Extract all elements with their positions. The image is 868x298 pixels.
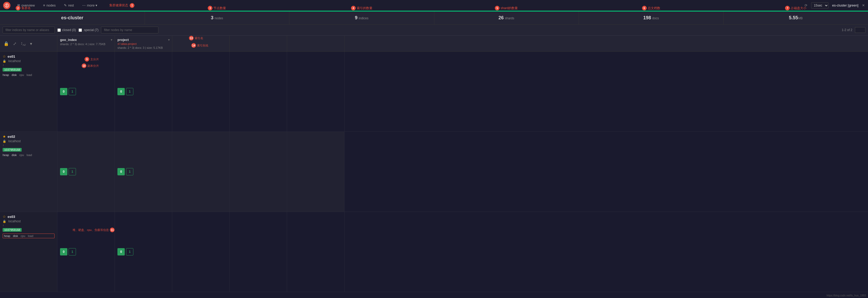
sort-az-icon[interactable]: ↕AZ: [20, 40, 27, 47]
stat-size: 7 占磁盘大小 5.55MB: [724, 11, 868, 24]
node-name-es03: es03: [7, 215, 15, 219]
node-arrow-es02: ↑: [3, 144, 55, 147]
stats-row: 2 集群名 es-cluster 3 节点数量 3 nodes 4 索引的数量 …: [0, 11, 868, 25]
shard-cell-es01-empty2: [230, 52, 287, 131]
stat-shards: 5 shard的数量 26 shards: [434, 11, 579, 24]
topnav: ⊞ overview ≡ nodes ✎ rest ⋯ more ▾ 集群健康状…: [0, 0, 868, 11]
shard-replica-1-es02: 1: [69, 168, 76, 175]
shard-cell-es01-empty3: [287, 52, 344, 131]
shard-cell-es02-empty1: [172, 132, 230, 212]
closed-checkbox-label[interactable]: closed (0): [57, 28, 76, 32]
shard-primary-0-es02: 0: [60, 168, 67, 175]
index-header-empty2: [230, 36, 287, 51]
node-lock-icon-es01: 🔒: [3, 59, 6, 63]
app-logo: [3, 2, 10, 9]
shard-cell-es01-geo_index: 0 1: [57, 52, 115, 131]
lock-icon[interactable]: 🔒: [3, 41, 10, 47]
table-header: 🔒 ⤢ ↕AZ ▾ geo_index shards: 2 * 3: [0, 36, 868, 52]
index-dropdown-geo_index[interactable]: ▾: [111, 38, 113, 42]
index-filter-input[interactable]: [3, 27, 55, 33]
ann-1-label: 集群健康状态: [110, 3, 128, 7]
topnav-right: ⟳ 15sec es-cluster [green] ✕: [805, 2, 865, 9]
shard-cell-es03-geo_index: 0 1: [57, 212, 115, 292]
node-cell-es02: ★ es02 🔒 localhost ↑ 1037959168 heap dis…: [0, 132, 57, 212]
shard-cell-es03-project: 0 1: [115, 212, 172, 292]
node-name-es02: es02: [7, 135, 15, 139]
page-number-input[interactable]: [855, 27, 865, 33]
node-host-es01: localhost: [8, 59, 21, 63]
index-header-geo_index: geo_index shards: 2 * 3| docs: 4 | size:…: [57, 36, 115, 51]
node-metrics-es03: heap disk cpu load: [3, 234, 55, 238]
expand-icon[interactable]: ⤢: [12, 41, 18, 47]
shard-primary-0-es02-proj: 0: [118, 168, 125, 175]
index-header-project: project 🏷 alias-project shards: 2 * 3| d…: [115, 36, 172, 51]
node-id-es03: 1037959168: [3, 228, 22, 232]
svg-point-1: [6, 4, 7, 5]
node-id-es01: 1037959168: [3, 68, 22, 71]
nav-nodes[interactable]: ≡ nodes: [41, 2, 57, 8]
node-metrics-es02: heap disk cpu load: [3, 153, 55, 156]
refresh-rate-select[interactable]: 15sec: [811, 2, 829, 9]
index-headers: geo_index shards: 2 * 3| docs: 4 | size:…: [57, 36, 868, 51]
node-row-es03: ☆ es03 🔒 localhost ↑ 1037959168 heap dis…: [0, 212, 868, 292]
shard-primary-0-es01: 0: [60, 88, 67, 95]
stat-indices: 4 索引的数量 9 indices: [289, 11, 434, 24]
shard-cell-es01-project: 0 1: [115, 52, 172, 131]
shard-replica-1-es01-proj: 1: [126, 88, 133, 95]
index-dropdown-project[interactable]: ▾: [168, 38, 170, 42]
overview-icon: ⊞: [17, 3, 20, 7]
node-lock-icon-es02: 🔒: [3, 140, 6, 143]
shard-cell-es01-empty1: [172, 52, 230, 131]
closed-checkbox[interactable]: [57, 28, 61, 32]
stat-docs: 6 总文档数 198 docs: [579, 11, 724, 24]
shard-cell-es03-empty2: [230, 212, 287, 292]
node-star-es01: ☆: [3, 54, 6, 58]
node-name-es01: es01: [7, 55, 15, 58]
node-star-es02: ★: [3, 135, 6, 139]
shard-primary-0-es03: 0: [60, 248, 67, 256]
filter-icon[interactable]: ▾: [29, 41, 33, 47]
nodes-icon: ≡: [43, 3, 45, 7]
index-name-geo_index: geo_index: [60, 38, 105, 42]
shard-primary-0-es01-proj: 0: [118, 88, 125, 95]
stat-nodes: 3 节点数量 3 nodes: [145, 11, 290, 24]
index-stats-project: shards: 2 * 3| docs: 3 | size: 5.17KB: [118, 46, 163, 49]
special-checkbox[interactable]: [79, 28, 82, 32]
refresh-icon: ⟳: [805, 3, 807, 7]
index-name-project: project: [118, 38, 163, 42]
node-cell-es03: ☆ es03 🔒 localhost ↑ 1037959168 heap dis…: [0, 212, 57, 292]
node-host-es02: localhost: [8, 139, 21, 143]
nav-overview[interactable]: ⊞ overview: [16, 2, 36, 8]
nav-rest[interactable]: ✎ rest: [62, 2, 75, 8]
rest-icon: ✎: [64, 3, 67, 7]
shard-cell-es03-empty1: [172, 212, 230, 292]
shard-replica-1-es01: 1: [69, 88, 76, 95]
shard-replica-1-es03: 1: [69, 248, 76, 256]
settings-icon[interactable]: ✕: [862, 3, 865, 7]
shard-cell-es03-empty3: [287, 212, 344, 292]
node-metrics-es01: heap disk cpu load: [3, 73, 55, 77]
node-arrow-es03: ↑: [3, 224, 55, 227]
index-header-empty3: [287, 36, 344, 51]
node-arrow-es01: ↑: [3, 63, 55, 66]
node-cell-es01: ☆ es01 🔒 localhost ↑ 1037959168 heap dis…: [0, 52, 57, 131]
shard-primary-0-es03-proj: 0: [118, 248, 125, 256]
node-filter-input[interactable]: [101, 27, 158, 33]
node-id-es02: 1037959168: [3, 148, 22, 152]
index-stats-geo_index: shards: 2 * 3| docs: 4 | size: 7.75KB: [60, 42, 105, 46]
ann-circle-1: 1: [130, 3, 134, 8]
page-info: 1-2 of 2: [842, 28, 852, 32]
cluster-display-badge: es-cluster [green]: [832, 3, 858, 7]
node-star-es03: ☆: [3, 214, 6, 219]
main-area: 🔒 ⤢ ↕AZ ▾ geo_index shards: 2 * 3: [0, 36, 868, 292]
special-checkbox-label[interactable]: .special (7): [79, 28, 99, 32]
shard-cell-es02-empty3: [287, 132, 344, 212]
data-table: 🔒 ⤢ ↕AZ ▾ geo_index shards: 2 * 3: [0, 36, 868, 292]
index-alias-project: 🏷 alias-project: [118, 42, 163, 46]
index-header-empty1: [172, 36, 230, 51]
node-column-header: 🔒 ⤢ ↕AZ ▾: [0, 36, 57, 51]
stat-cluster-name: es-cluster: [0, 11, 145, 24]
nav-more[interactable]: ⋯ more ▾: [81, 2, 99, 8]
shard-cell-es02-empty2: [230, 132, 287, 212]
node-row-es01: ☆ es01 🔒 localhost ↑ 1037959168 heap dis…: [0, 52, 868, 132]
